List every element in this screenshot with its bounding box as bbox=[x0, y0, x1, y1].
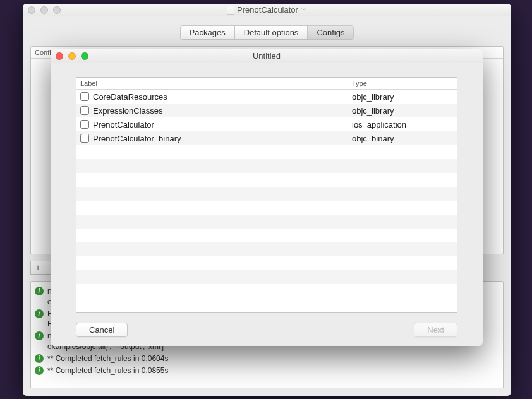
row-type: objc_library bbox=[348, 92, 457, 102]
log-text: ** Completed fetch_rules in 0.0604s bbox=[47, 354, 168, 364]
info-icon: i bbox=[35, 331, 44, 340]
table-row bbox=[76, 229, 457, 242]
main-traffic-lights bbox=[23, 6, 61, 14]
table-row bbox=[76, 215, 457, 229]
row-label: PrenotCalculator bbox=[93, 120, 154, 129]
minimize-icon[interactable] bbox=[40, 6, 48, 14]
table-row bbox=[76, 284, 457, 298]
minimize-icon[interactable] bbox=[68, 52, 76, 60]
sheet-titlebar: Untitled bbox=[51, 49, 483, 63]
row-checkbox[interactable] bbox=[80, 120, 89, 129]
tab-configs[interactable]: Configs bbox=[307, 25, 354, 40]
tab-packages[interactable]: Packages bbox=[180, 25, 235, 40]
cancel-button[interactable]: Cancel bbox=[76, 323, 128, 337]
sheet-body: Label Type CoreDataResources objc_librar… bbox=[51, 63, 483, 346]
window-title: PrenotCalculator ﹀ bbox=[23, 5, 511, 15]
close-icon[interactable] bbox=[28, 6, 35, 14]
column-label[interactable]: Label bbox=[76, 78, 348, 89]
info-icon: i bbox=[35, 354, 44, 363]
row-type: ios_application bbox=[348, 120, 457, 129]
column-type[interactable]: Type bbox=[348, 78, 457, 89]
sheet-traffic-lights bbox=[51, 52, 88, 60]
main-titlebar: PrenotCalculator ﹀ bbox=[23, 4, 511, 16]
table-row[interactable]: PrenotCalculator_binary objc_binary bbox=[76, 131, 457, 145]
table-row bbox=[76, 145, 457, 159]
table-row[interactable]: CoreDataResources objc_library bbox=[76, 90, 457, 104]
table-row bbox=[76, 242, 457, 256]
add-button[interactable]: + bbox=[30, 261, 45, 275]
sheet-table: Label Type CoreDataResources objc_librar… bbox=[76, 77, 457, 313]
info-icon: i bbox=[35, 309, 44, 318]
info-icon: i bbox=[35, 287, 44, 295]
sheet-footer: Cancel Next bbox=[76, 313, 457, 337]
tab-segment: Packages Default options Configs bbox=[180, 25, 354, 40]
log-line: i ** Completed fetch_rules in 0.0604s bbox=[33, 353, 500, 365]
table-row bbox=[76, 270, 457, 284]
sheet-rows: CoreDataResources objc_library Expressio… bbox=[76, 90, 457, 312]
row-checkbox[interactable] bbox=[80, 92, 89, 101]
sheet-title: Untitled bbox=[51, 51, 483, 61]
table-row[interactable]: PrenotCalculator ios_application bbox=[76, 117, 457, 131]
chevron-down-icon[interactable]: ﹀ bbox=[301, 6, 307, 15]
row-type: objc_binary bbox=[348, 134, 457, 143]
info-icon: i bbox=[35, 366, 44, 375]
zoom-icon[interactable] bbox=[81, 52, 88, 60]
sheet-window: Untitled Label Type CoreDataResources ob… bbox=[51, 49, 483, 346]
row-label: CoreDataResources bbox=[93, 92, 167, 102]
zoom-icon[interactable] bbox=[53, 6, 61, 14]
table-row bbox=[76, 187, 457, 201]
sheet-table-header: Label Type bbox=[76, 78, 457, 90]
table-row bbox=[76, 173, 457, 187]
row-type: objc_library bbox=[348, 106, 457, 116]
document-icon bbox=[227, 6, 234, 15]
row-checkbox[interactable] bbox=[80, 106, 89, 115]
table-row bbox=[76, 256, 457, 270]
window-title-text: PrenotCalculator bbox=[237, 5, 298, 15]
table-row bbox=[76, 159, 457, 173]
row-checkbox[interactable] bbox=[80, 134, 89, 143]
table-row bbox=[76, 201, 457, 215]
log-text: ** Completed fetch_rules in 0.0855s bbox=[47, 366, 168, 376]
row-label: PrenotCalculator_binary bbox=[93, 134, 181, 143]
tab-default-options[interactable]: Default options bbox=[234, 25, 308, 40]
table-row[interactable]: ExpressionClasses objc_library bbox=[76, 104, 457, 117]
close-icon[interactable] bbox=[56, 52, 63, 60]
next-button: Next bbox=[414, 323, 457, 337]
log-line: i ** Completed fetch_rules in 0.0855s bbox=[33, 365, 500, 377]
row-label: ExpressionClasses bbox=[93, 106, 163, 116]
